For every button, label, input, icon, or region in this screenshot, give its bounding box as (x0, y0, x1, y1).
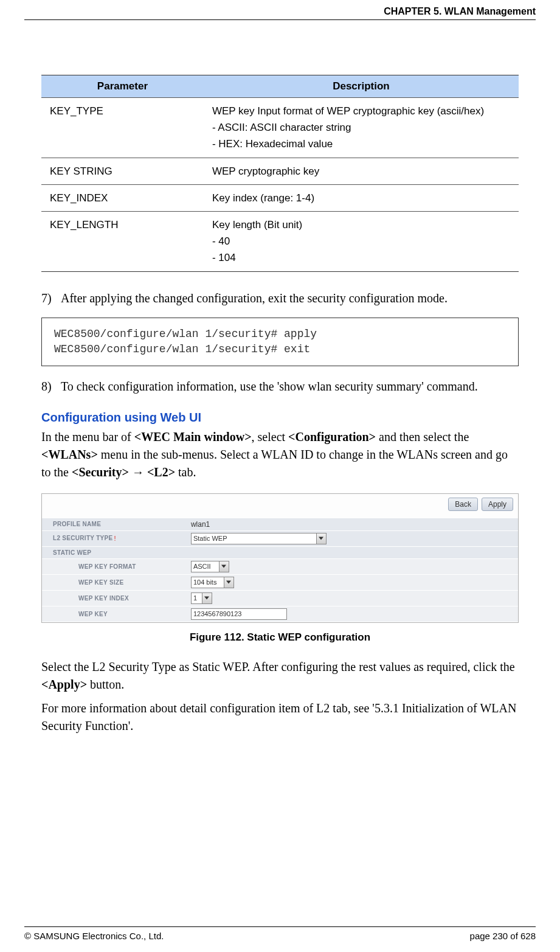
wep-index-select[interactable]: 1 (191, 592, 212, 604)
label-wep-format: WEP KEY FORMAT (42, 558, 185, 574)
label-profile-name: PROFILE NAME (42, 518, 185, 531)
label-wep-key: WEP KEY (42, 606, 185, 622)
step-8: 8) To check configuration information, u… (41, 380, 519, 394)
form-row-group: STATIC WEP (42, 546, 518, 558)
table-row: KEY_TYPE WEP key Input format of WEP cry… (41, 98, 519, 158)
trailing-paragraph-1: Select the L2 Security Type as Static WE… (41, 658, 519, 693)
code-block: WEC8500/configure/wlan 1/security# apply… (41, 318, 519, 366)
chevron-down-icon (219, 561, 229, 572)
wep-format-select[interactable]: ASCII (191, 561, 229, 572)
param-cell: KEY_INDEX (41, 184, 204, 211)
step-text: After applying the changed configuration… (61, 291, 519, 305)
table-row: KEY_INDEX Key index (range: 1-4) (41, 184, 519, 211)
form-row-wep-format: WEP KEY FORMAT ASCII (42, 558, 518, 574)
apply-button[interactable]: Apply (482, 498, 513, 511)
required-icon: ! (114, 535, 116, 542)
label-static-wep: STATIC WEP (42, 546, 185, 558)
chapter-title: CHAPTER 5. WLAN Management (384, 6, 536, 16)
parameter-table: Parameter Description KEY_TYPE WEP key I… (41, 75, 519, 272)
param-cell: KEY STRING (41, 158, 204, 184)
param-cell: KEY_TYPE (41, 98, 204, 158)
figure-caption: Figure 112. Static WEP configuration (41, 631, 519, 644)
desc-cell: WEP key Input format of WEP cryptographi… (204, 98, 519, 158)
label-l2-type: L2 SECURITY TYPE! (42, 530, 185, 546)
wep-size-select[interactable]: 104 bits (191, 577, 234, 588)
form-row-wep-index: WEP KEY INDEX 1 (42, 590, 518, 606)
desc-cell: Key index (range: 1-4) (204, 184, 519, 211)
desc-cell: WEP cryptographic key (204, 158, 519, 184)
step-number: 8) (41, 380, 61, 394)
step-text: To check configuration information, use … (61, 380, 519, 394)
table-header-description: Description (204, 75, 519, 98)
chevron-down-icon (316, 533, 326, 544)
intro-paragraph: In the menu bar of <WEC Main window>, se… (41, 428, 519, 481)
form-row-profile: PROFILE NAME wlan1 (42, 518, 518, 531)
trailing-paragraph-2: For more information about detail config… (41, 700, 519, 735)
back-button[interactable]: Back (448, 498, 478, 511)
table-row: KEY STRING WEP cryptographic key (41, 158, 519, 184)
wep-key-input[interactable]: 1234567890123 (191, 608, 287, 620)
footer-page-number: page 230 of 628 (470, 931, 536, 941)
step-number: 7) (41, 291, 61, 305)
figure-screenshot: Back Apply PROFILE NAME wlan1 L2 SECURIT… (41, 493, 519, 623)
page-header: CHAPTER 5. WLAN Management (0, 0, 560, 17)
form-table: PROFILE NAME wlan1 L2 SECURITY TYPE! Sta… (42, 518, 518, 622)
form-row-wep-size: WEP KEY SIZE 104 bits (42, 574, 518, 590)
step-7: 7) After applying the changed configurat… (41, 291, 519, 305)
desc-cell: Key length (Bit unit) - 40 - 104 (204, 211, 519, 271)
table-row: KEY_LENGTH Key length (Bit unit) - 40 - … (41, 211, 519, 271)
value-profile-name: wlan1 (185, 518, 518, 531)
chevron-down-icon (202, 593, 212, 603)
footer-copyright: © SAMSUNG Electronics Co., Ltd. (24, 931, 164, 941)
section-heading: Configuration using Web UI (41, 411, 519, 425)
l2-type-select[interactable]: Static WEP (191, 533, 327, 544)
label-wep-size: WEP KEY SIZE (42, 574, 185, 590)
page-footer: © SAMSUNG Electronics Co., Ltd. page 230… (0, 927, 560, 941)
chevron-down-icon (224, 577, 233, 588)
param-cell: KEY_LENGTH (41, 211, 204, 271)
label-wep-index: WEP KEY INDEX (42, 590, 185, 606)
form-row-wep-key: WEP KEY 1234567890123 (42, 606, 518, 622)
table-header-parameter: Parameter (41, 75, 204, 98)
form-row-l2type: L2 SECURITY TYPE! Static WEP (42, 530, 518, 546)
